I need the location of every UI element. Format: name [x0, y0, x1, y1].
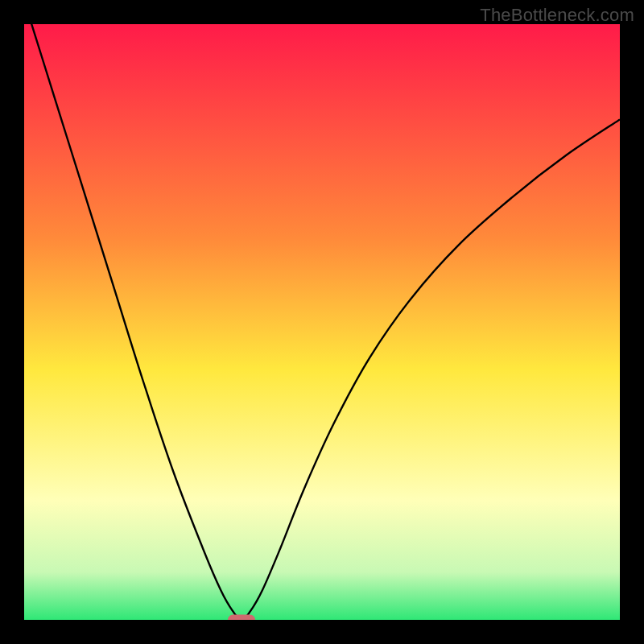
optimum-marker: [228, 615, 255, 621]
plot-frame: [24, 24, 620, 620]
bottleneck-curve: [24, 24, 620, 620]
watermark-text: TheBottleneck.com: [480, 5, 634, 26]
